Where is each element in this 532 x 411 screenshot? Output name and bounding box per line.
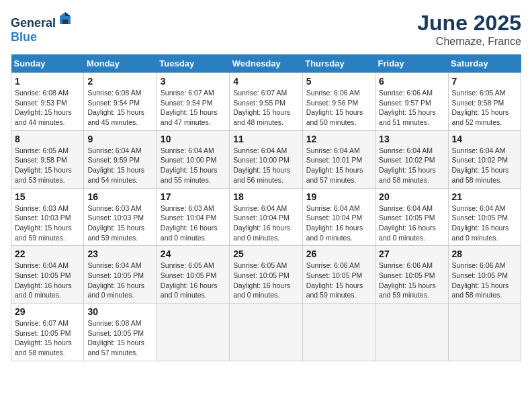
day-info: Sunrise: 6:07 AMSunset: 10:05 PMDaylight… (15, 318, 80, 358)
day-number: 5 (306, 76, 371, 87)
day-info: Sunrise: 6:06 AMSunset: 10:05 PMDaylight… (306, 261, 371, 300)
calendar-day-24: 24Sunrise: 6:05 AMSunset: 10:05 PMDaylig… (157, 246, 229, 304)
day-number: 22 (15, 248, 80, 259)
empty-cell (302, 304, 375, 361)
day-info: Sunrise: 6:04 AMSunset: 10:05 PMDaylight… (452, 203, 517, 243)
weekday-header-row: SundayMondayTuesdayWednesdayThursdayFrid… (11, 54, 521, 73)
calendar-day-9: 9Sunrise: 6:04 AMSunset: 9:59 PMDaylight… (84, 130, 157, 188)
day-info: Sunrise: 6:04 AMSunset: 10:01 PMDaylight… (306, 146, 371, 185)
calendar-day-3: 3Sunrise: 6:07 AMSunset: 9:54 PMDaylight… (157, 73, 229, 131)
calendar-day-22: 22Sunrise: 6:04 AMSunset: 10:05 PMDaylig… (11, 246, 84, 304)
day-info: Sunrise: 6:03 AMSunset: 10:03 PMDaylight… (15, 203, 80, 243)
day-info: Sunrise: 6:03 AMSunset: 10:04 PMDaylight… (161, 203, 226, 243)
day-info: Sunrise: 6:05 AMSunset: 9:58 PMDaylight:… (452, 88, 517, 128)
day-number: 30 (87, 306, 152, 317)
calendar-day-15: 15Sunrise: 6:03 AMSunset: 10:03 PMDaylig… (11, 188, 84, 246)
day-number: 27 (379, 248, 444, 259)
day-info: Sunrise: 6:06 AMSunset: 10:05 PMDaylight… (452, 261, 517, 300)
calendar-day-19: 19Sunrise: 6:04 AMSunset: 10:04 PMDaylig… (302, 188, 375, 246)
empty-cell (230, 304, 302, 361)
weekday-header-wednesday: Wednesday (230, 54, 302, 73)
day-number: 6 (379, 76, 444, 87)
day-info: Sunrise: 6:03 AMSunset: 10:03 PMDaylight… (87, 203, 152, 243)
weekday-header-sunday: Sunday (11, 54, 84, 73)
day-number: 17 (161, 191, 226, 202)
day-info: Sunrise: 6:06 AMSunset: 9:57 PMDaylight:… (379, 88, 444, 128)
day-info: Sunrise: 6:05 AMSunset: 10:05 PMDaylight… (233, 261, 298, 300)
calendar-day-5: 5Sunrise: 6:06 AMSunset: 9:56 PMDaylight… (302, 73, 375, 131)
calendar-day-25: 25Sunrise: 6:05 AMSunset: 10:05 PMDaylig… (230, 246, 302, 304)
calendar-day-2: 2Sunrise: 6:08 AMSunset: 9:54 PMDaylight… (84, 73, 157, 131)
calendar-day-29: 29Sunrise: 6:07 AMSunset: 10:05 PMDaylig… (11, 304, 84, 361)
calendar-week-row-4: 22Sunrise: 6:04 AMSunset: 10:05 PMDaylig… (11, 246, 521, 304)
day-number: 2 (87, 76, 152, 87)
calendar-day-28: 28Sunrise: 6:06 AMSunset: 10:05 PMDaylig… (448, 246, 521, 304)
calendar-day-18: 18Sunrise: 6:04 AMSunset: 10:04 PMDaylig… (230, 188, 302, 246)
logo-text: General Blue (11, 11, 73, 44)
day-number: 12 (306, 134, 371, 144)
day-info: Sunrise: 6:04 AMSunset: 10:05 PMDaylight… (379, 203, 444, 243)
calendar-day-4: 4Sunrise: 6:07 AMSunset: 9:55 PMDaylight… (230, 73, 302, 131)
calendar-day-10: 10Sunrise: 6:04 AMSunset: 10:00 PMDaylig… (157, 130, 229, 188)
weekday-header-thursday: Thursday (302, 54, 375, 73)
day-number: 29 (15, 306, 80, 317)
day-number: 14 (452, 134, 517, 144)
day-number: 1 (15, 76, 80, 87)
day-number: 10 (161, 134, 226, 144)
calendar-day-8: 8Sunrise: 6:05 AMSunset: 9:58 PMDaylight… (11, 130, 84, 188)
logo-icon (57, 11, 73, 27)
calendar-day-21: 21Sunrise: 6:04 AMSunset: 10:05 PMDaylig… (448, 188, 521, 246)
day-number: 16 (87, 191, 152, 202)
title-block: June 2025 Chemaze, France (417, 11, 521, 48)
calendar-day-23: 23Sunrise: 6:04 AMSunset: 10:05 PMDaylig… (84, 246, 157, 304)
weekday-header-saturday: Saturday (448, 54, 521, 73)
day-number: 3 (161, 76, 226, 87)
calendar-day-11: 11Sunrise: 6:04 AMSunset: 10:00 PMDaylig… (230, 130, 302, 188)
day-number: 13 (379, 134, 444, 144)
day-info: Sunrise: 6:07 AMSunset: 9:54 PMDaylight:… (161, 88, 226, 128)
calendar-day-7: 7Sunrise: 6:05 AMSunset: 9:58 PMDaylight… (448, 73, 521, 131)
day-info: Sunrise: 6:08 AMSunset: 10:05 PMDaylight… (87, 318, 152, 358)
month-year-title: June 2025 (417, 11, 521, 36)
calendar-week-row-3: 15Sunrise: 6:03 AMSunset: 10:03 PMDaylig… (11, 188, 521, 246)
day-info: Sunrise: 6:07 AMSunset: 9:55 PMDaylight:… (233, 88, 298, 128)
weekday-header-friday: Friday (375, 54, 448, 73)
calendar-day-13: 13Sunrise: 6:04 AMSunset: 10:02 PMDaylig… (375, 130, 448, 188)
calendar-day-20: 20Sunrise: 6:04 AMSunset: 10:05 PMDaylig… (375, 188, 448, 246)
day-number: 4 (233, 76, 298, 87)
day-number: 15 (15, 191, 80, 202)
day-number: 7 (452, 76, 517, 87)
day-info: Sunrise: 6:08 AMSunset: 9:54 PMDaylight:… (87, 88, 152, 128)
day-number: 21 (452, 191, 517, 202)
day-info: Sunrise: 6:08 AMSunset: 9:53 PMDaylight:… (15, 88, 80, 128)
day-info: Sunrise: 6:06 AMSunset: 9:56 PMDaylight:… (306, 88, 371, 128)
logo-general: General (11, 16, 56, 30)
calendar-week-row-5: 29Sunrise: 6:07 AMSunset: 10:05 PMDaylig… (11, 304, 521, 361)
day-number: 19 (306, 191, 371, 202)
weekday-header-monday: Monday (84, 54, 157, 73)
calendar-day-27: 27Sunrise: 6:06 AMSunset: 10:05 PMDaylig… (375, 246, 448, 304)
day-number: 18 (233, 191, 298, 202)
day-info: Sunrise: 6:04 AMSunset: 10:02 PMDaylight… (452, 146, 517, 185)
day-info: Sunrise: 6:04 AMSunset: 10:04 PMDaylight… (306, 203, 371, 243)
location-subtitle: Chemaze, France (417, 36, 521, 48)
day-info: Sunrise: 6:04 AMSunset: 10:00 PMDaylight… (233, 146, 298, 185)
calendar-day-26: 26Sunrise: 6:06 AMSunset: 10:05 PMDaylig… (302, 246, 375, 304)
empty-cell (375, 304, 448, 361)
logo: General Blue (11, 11, 73, 44)
day-number: 26 (306, 248, 371, 259)
day-number: 9 (87, 134, 152, 144)
day-number: 24 (161, 248, 226, 259)
day-info: Sunrise: 6:04 AMSunset: 10:02 PMDaylight… (379, 146, 444, 185)
day-info: Sunrise: 6:04 AMSunset: 9:59 PMDaylight:… (87, 146, 152, 185)
day-info: Sunrise: 6:04 AMSunset: 10:04 PMDaylight… (233, 203, 298, 243)
day-number: 28 (452, 248, 517, 259)
day-number: 23 (87, 248, 152, 259)
calendar-day-14: 14Sunrise: 6:04 AMSunset: 10:02 PMDaylig… (448, 130, 521, 188)
empty-cell (448, 304, 521, 361)
day-info: Sunrise: 6:05 AMSunset: 10:05 PMDaylight… (161, 261, 226, 300)
calendar-day-12: 12Sunrise: 6:04 AMSunset: 10:01 PMDaylig… (302, 130, 375, 188)
calendar-day-1: 1Sunrise: 6:08 AMSunset: 9:53 PMDaylight… (11, 73, 84, 131)
calendar-day-30: 30Sunrise: 6:08 AMSunset: 10:05 PMDaylig… (84, 304, 157, 361)
empty-cell (157, 304, 229, 361)
